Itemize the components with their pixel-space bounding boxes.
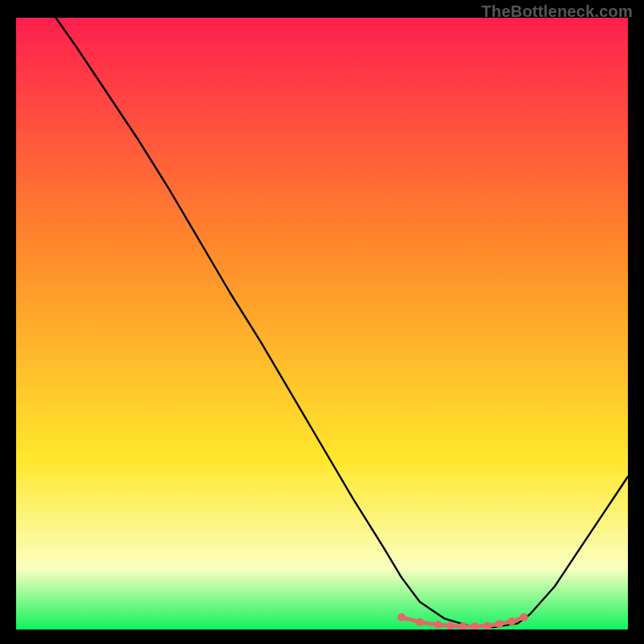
basin-dot [434, 621, 442, 629]
chart-plot [16, 18, 628, 630]
basin-dot [520, 613, 528, 621]
chart-frame [16, 18, 628, 630]
basin-dot [447, 621, 455, 630]
basin-dot [495, 620, 503, 628]
basin-dot [508, 617, 516, 625]
basin-dot [398, 613, 406, 621]
gradient-background [16, 18, 628, 630]
basin-dot [483, 621, 491, 630]
basin-dot [416, 618, 424, 626]
